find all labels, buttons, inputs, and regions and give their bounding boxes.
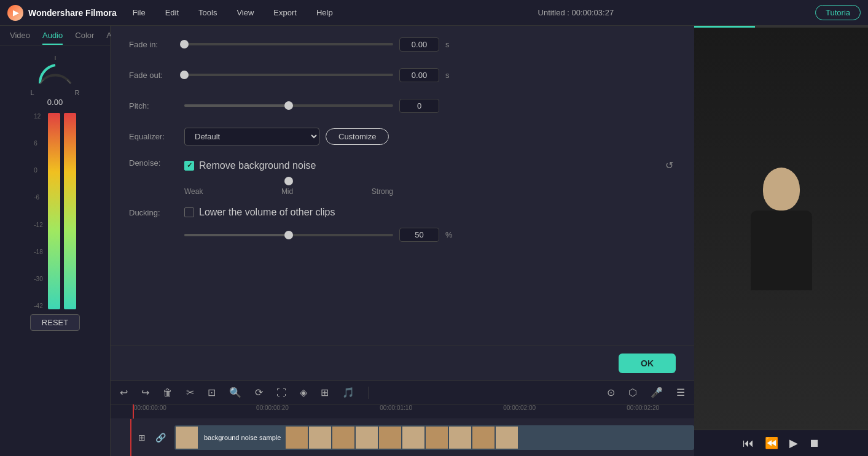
cut-button[interactable]: ✂: [184, 385, 196, 400]
denoise-row: Denoise: ✓ Remove background noise ↺: [129, 157, 676, 196]
ducking-slider-track[interactable]: [184, 234, 393, 236]
denoise-label: Denoise:: [129, 157, 184, 168]
audio-settings: Fade in: 0.00 s Fade out:: [111, 26, 694, 346]
timeline-ruler: 00:00:00:00 00:00:00:20 00:00:01:10 00:0…: [111, 404, 694, 419]
undo-button[interactable]: ↩: [118, 385, 130, 400]
pitch-slider-track[interactable]: [184, 104, 393, 107]
menu-help[interactable]: Help: [313, 6, 337, 20]
thumb-8: [426, 427, 448, 449]
ruler-ts-4: 00:00:02:20: [627, 404, 659, 411]
denoise-labels: Weak Mid Strong: [184, 187, 393, 196]
denoise-reset-button[interactable]: ↺: [663, 157, 676, 174]
fit-button[interactable]: ⛶: [275, 385, 288, 400]
pitch-control: 0: [184, 99, 676, 113]
delete-button[interactable]: 🗑: [161, 385, 174, 400]
denoise-checkbox-label: Remove background noise: [199, 160, 316, 171]
pitch-value[interactable]: 0: [399, 99, 439, 113]
fade-out-slider-track[interactable]: [184, 74, 393, 76]
denoise-weak-label: Weak: [184, 187, 203, 196]
adjust-button[interactable]: ⊞: [319, 385, 330, 400]
thumb-7: [402, 427, 424, 449]
tab-audio[interactable]: Audio: [42, 31, 63, 45]
track-label: background noise sample: [200, 434, 284, 441]
equalizer-select[interactable]: Default: [184, 128, 319, 145]
motion-button[interactable]: ⊙: [605, 385, 617, 400]
volume-dial[interactable]: [31, 53, 80, 87]
ok-button[interactable]: OK: [619, 354, 676, 373]
marker-button[interactable]: ◈: [298, 385, 309, 400]
mic-button[interactable]: 🎤: [649, 385, 665, 400]
menu-bar: ▶ Wondershare Filmora File Edit Tools Vi…: [0, 0, 868, 26]
shield-button[interactable]: ⬡: [627, 385, 639, 400]
zoom-button[interactable]: 🔍: [227, 385, 243, 400]
fade-out-value[interactable]: 0.00: [399, 68, 439, 82]
main-layout: Video Audio Color Animation L R: [0, 26, 868, 456]
fade-in-slider-track[interactable]: [184, 43, 393, 45]
thumb-6: [379, 427, 401, 449]
denoise-section: ✓ Remove background noise ↺ Weak Mid Str…: [184, 157, 676, 196]
crop-button[interactable]: ⊡: [206, 385, 217, 400]
step-back-button[interactable]: ⏪: [765, 436, 778, 450]
tab-color[interactable]: Color: [75, 31, 94, 45]
left-label: L: [31, 89, 34, 96]
ruler-ts-3: 00:00:02:00: [503, 404, 536, 411]
toolbar-separator: [369, 387, 369, 399]
equalizer-control: Default Customize: [184, 128, 676, 145]
tutorial-button[interactable]: Tutoria: [815, 5, 861, 20]
ducking-value[interactable]: 50: [399, 228, 439, 242]
video-person: [694, 28, 868, 430]
right-panel: ⏮ ⏪ ▶ ⏹: [694, 26, 868, 456]
redo-button[interactable]: ↪: [139, 385, 151, 400]
stop-button[interactable]: ⏹: [809, 437, 820, 450]
list-button[interactable]: ☰: [674, 385, 687, 400]
menu-tools[interactable]: Tools: [195, 6, 221, 20]
reset-button[interactable]: RESET: [30, 314, 80, 331]
thumb-9: [449, 427, 471, 449]
play-button[interactable]: ▶: [789, 436, 798, 450]
ducking-checkbox[interactable]: [184, 207, 194, 217]
menu-file[interactable]: File: [129, 6, 149, 20]
fade-in-value[interactable]: 0.00: [399, 37, 439, 52]
fade-in-row: Fade in: 0.00 s: [129, 34, 676, 54]
track-thumbnail-1: [176, 427, 198, 449]
person-head: [763, 168, 800, 211]
rotate-button[interactable]: ⟳: [253, 385, 265, 400]
ruler-ts-1: 00:00:00:20: [256, 404, 289, 411]
ducking-checkbox-row: Lower the volume of other clips: [184, 207, 676, 218]
fade-out-control: 0.00 s: [184, 68, 676, 82]
meter-bar-left: [48, 113, 60, 309]
fade-in-label: Fade in:: [129, 40, 184, 49]
scale-minus6: -6: [34, 194, 42, 201]
pitch-label: Pitch:: [129, 101, 184, 110]
customize-button[interactable]: Customize: [326, 128, 389, 145]
menu-export[interactable]: Export: [270, 6, 300, 20]
tab-video[interactable]: Video: [10, 31, 30, 45]
tab-bar: Video Audio Color Animation: [0, 26, 110, 45]
timeline-track[interactable]: background noise sample: [174, 425, 694, 450]
volume-value: 0.00: [47, 98, 63, 107]
ruler-ts-0: 00:00:00:00: [134, 404, 166, 411]
fade-out-label: Fade out:: [129, 71, 184, 80]
thumb-10: [472, 427, 495, 449]
fade-in-unit: s: [445, 40, 455, 49]
rewind-button[interactable]: ⏮: [743, 437, 754, 450]
meter-bar-right: [64, 113, 76, 309]
add-track-button[interactable]: ⊞: [136, 431, 147, 444]
meter-scale: 12 6 0 -6 -12 -18 -30 -42: [34, 113, 44, 309]
video-controls: ⏮ ⏪ ▶ ⏹: [694, 430, 868, 456]
thumb-5: [356, 427, 378, 449]
video-preview: [694, 28, 868, 430]
thumb-4: [332, 427, 354, 449]
thumb-3: [309, 427, 331, 449]
audio-button[interactable]: 🎵: [340, 385, 356, 400]
audio-meter: L R 0.00 12 6 0 -6 -12 -18 -30 -42: [0, 45, 110, 456]
denoise-checkbox[interactable]: ✓: [184, 161, 194, 171]
scale-minus18: -18: [34, 249, 42, 255]
fade-out-unit: s: [445, 71, 455, 80]
ducking-row: Ducking: Lower the volume of other clips…: [129, 207, 676, 242]
menu-view[interactable]: View: [233, 6, 257, 20]
menu-edit[interactable]: Edit: [162, 6, 182, 20]
link-button[interactable]: 🔗: [154, 431, 168, 444]
denoise-strong-label: Strong: [372, 187, 393, 196]
playhead-line: [133, 404, 134, 419]
